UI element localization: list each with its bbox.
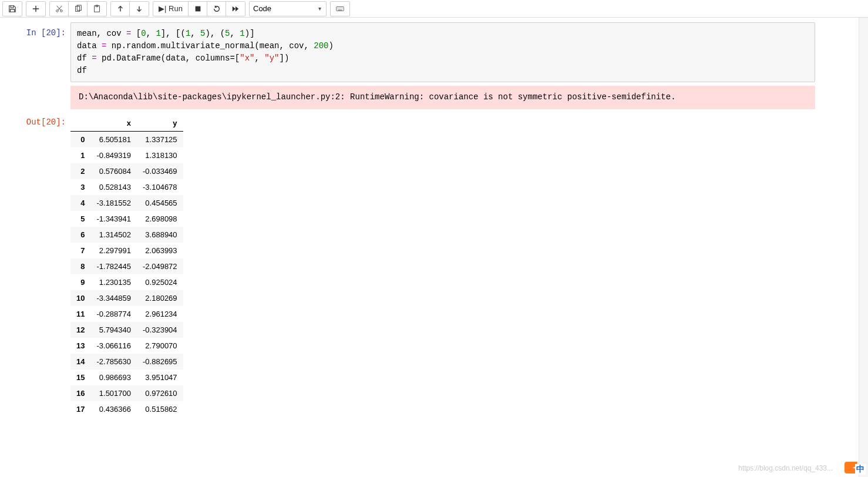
- cell-x: 6.505181: [90, 131, 137, 147]
- scrollbar[interactable]: [859, 18, 868, 443]
- restart-icon: [213, 5, 221, 13]
- cell-y: -0.033469: [137, 163, 183, 179]
- cell-y: 2.961234: [137, 306, 183, 322]
- save-button[interactable]: [3, 2, 22, 16]
- paste-icon: [93, 5, 101, 13]
- table-row: 125.794340-0.323904: [70, 322, 183, 338]
- cell-x: -1.343941: [90, 211, 137, 227]
- cell-x: -3.344859: [90, 290, 137, 306]
- toolbar-group-celltype: CodeMarkdownRaw NBConvertHeading: [249, 1, 327, 16]
- cell-y: 3.951047: [137, 369, 183, 385]
- toolbar-group-move: [110, 1, 149, 16]
- toolbar-group-cell: [26, 1, 46, 16]
- cell-x: 0.528143: [90, 179, 137, 195]
- table-row: 5-1.3439412.698098: [70, 211, 183, 227]
- cell-type-select[interactable]: CodeMarkdownRaw NBConvertHeading: [250, 2, 326, 16]
- table-row: 161.5017000.972610: [70, 385, 183, 401]
- row-index: 10: [70, 290, 90, 306]
- stderr-output: D:\Anaconda\lib\site-packages\ipykernel_…: [70, 86, 815, 109]
- cell-y: 2.063993: [137, 243, 183, 258]
- cell-y: 0.515862: [137, 401, 183, 417]
- row-index: 5: [70, 211, 90, 227]
- code-input[interactable]: mean, cov = [0, 1], [(1, 5), (5, 1)] dat…: [70, 22, 815, 82]
- table-row: 10-3.3448592.180269: [70, 290, 183, 306]
- interrupt-button[interactable]: [189, 2, 207, 16]
- table-row: 72.2979912.063993: [70, 243, 183, 258]
- code-cell[interactable]: In [20]: mean, cov = [0, 1], [(1, 5), (5…: [0, 22, 868, 109]
- copy-button[interactable]: [69, 2, 88, 16]
- paste-button[interactable]: [88, 2, 106, 16]
- copy-icon: [74, 5, 82, 13]
- table-row: 20.576084-0.033469: [70, 163, 183, 179]
- output-prompt: Out[20]:: [0, 112, 70, 417]
- row-index: 12: [70, 322, 90, 338]
- cut-button[interactable]: [50, 2, 69, 16]
- run-button[interactable]: ▶| Run: [153, 2, 189, 16]
- toolbar-group-run: ▶| Run: [153, 1, 245, 16]
- cell-y: 2.790070: [137, 338, 183, 354]
- cell-x: -0.849319: [90, 147, 137, 163]
- column-header-x: x: [90, 115, 137, 132]
- row-index: 0: [70, 131, 90, 147]
- row-index: 7: [70, 243, 90, 258]
- toolbar-group-file: [2, 1, 22, 16]
- move-down-button[interactable]: [130, 2, 149, 16]
- cell-x: 0.436366: [90, 401, 137, 417]
- cell-y: 3.688940: [137, 227, 183, 243]
- cell-y: 2.180269: [137, 290, 183, 306]
- table-row: 170.4363660.515862: [70, 401, 183, 417]
- cell-x: 1.314502: [90, 227, 137, 243]
- table-row: 06.5051811.337125: [70, 131, 183, 147]
- cell-y: -0.323904: [137, 322, 183, 338]
- table-row: 61.3145023.688940: [70, 227, 183, 243]
- cell-y: 0.972610: [137, 385, 183, 401]
- cell-y: 1.337125: [137, 131, 183, 147]
- restart-run-all-button[interactable]: [226, 2, 245, 16]
- toolbar-group-edit: [49, 1, 107, 16]
- row-index: 16: [70, 385, 90, 401]
- row-index: 8: [70, 258, 90, 274]
- cell-y: -0.882695: [137, 354, 183, 369]
- dataframe-output: x y 06.5051811.3371251-0.8493191.3181302…: [70, 115, 815, 417]
- toolbar: ▶| Run CodeMarkdownRaw NBConvertHeading: [0, 0, 868, 18]
- input-prompt: In [20]:: [0, 22, 70, 109]
- arrow-up-icon: [116, 5, 125, 13]
- cell-y: 0.925024: [137, 274, 183, 290]
- cut-icon: [55, 5, 63, 13]
- move-up-button[interactable]: [111, 2, 130, 16]
- row-index: 14: [70, 354, 90, 369]
- cell-x: -2.785630: [90, 354, 137, 369]
- cell-x: -0.288774: [90, 306, 137, 322]
- table-row: 30.528143-3.104678: [70, 179, 183, 195]
- cell-x: 2.297991: [90, 243, 137, 258]
- save-icon: [8, 5, 16, 13]
- insert-cell-button[interactable]: [26, 2, 45, 16]
- stop-icon: [194, 5, 202, 13]
- plus-icon: [32, 5, 40, 13]
- cell-y: 0.454565: [137, 195, 183, 211]
- svg-rect-7: [337, 6, 344, 11]
- cell-x: 1.230135: [90, 274, 137, 290]
- cell-y: -2.049872: [137, 258, 183, 274]
- restart-button[interactable]: [207, 2, 226, 16]
- table-row: 13-3.0661162.790070: [70, 338, 183, 354]
- cell-x: 0.986693: [90, 369, 137, 385]
- row-index: 17: [70, 401, 90, 417]
- run-label: ▶| Run: [159, 4, 183, 13]
- cell-y: 2.698098: [137, 211, 183, 227]
- dataframe-table: x y 06.5051811.3371251-0.8493191.3181302…: [70, 115, 183, 417]
- row-index: 4: [70, 195, 90, 211]
- table-row: 4-3.1815520.454565: [70, 195, 183, 211]
- cell-x: -1.782445: [90, 258, 137, 274]
- cell-x: 1.501700: [90, 385, 137, 401]
- column-header-y: y: [137, 115, 183, 132]
- table-row: 91.2301350.925024: [70, 274, 183, 290]
- command-palette-button[interactable]: [331, 2, 349, 16]
- cell-y: -3.104678: [137, 179, 183, 195]
- keyboard-icon: [336, 5, 344, 13]
- svg-rect-6: [195, 6, 200, 11]
- index-header: [70, 115, 90, 132]
- row-index: 1: [70, 147, 90, 163]
- cell-x: 5.794340: [90, 322, 137, 338]
- row-index: 15: [70, 369, 90, 385]
